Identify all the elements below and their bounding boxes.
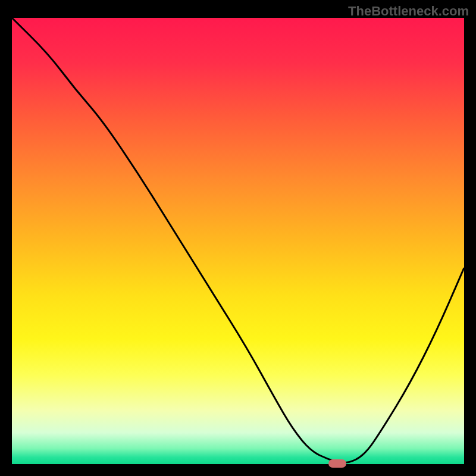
chart-plot-area: [12, 18, 464, 464]
watermark-text: TheBottleneck.com: [348, 4, 469, 19]
chart-svg: [12, 18, 464, 464]
optimal-point-marker: [328, 459, 346, 468]
chart-frame: TheBottleneck.com: [0, 0, 476, 476]
gradient-background: [12, 18, 464, 464]
